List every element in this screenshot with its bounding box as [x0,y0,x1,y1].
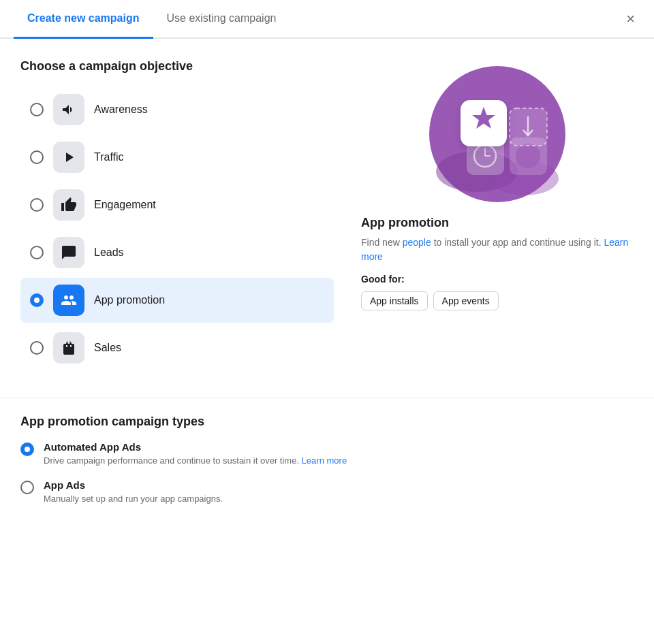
section-title: Choose a campaign objective [20,59,334,74]
radio-awareness[interactable] [30,103,44,116]
svg-point-8 [516,144,540,168]
sales-label: Sales [94,342,121,354]
objective-awareness[interactable]: Awareness [20,87,334,132]
radio-app-ads[interactable] [20,481,34,494]
promo-desc-middle: to install your app and continue using i… [431,237,604,248]
app-ads-name: App Ads [44,479,223,491]
good-for-label: Good for: [361,274,634,285]
radio-leads[interactable] [30,246,44,259]
automated-text: Automated App Ads Drive campaign perform… [44,441,347,467]
automated-name: Automated App Ads [44,441,347,453]
campaign-type-automated[interactable]: Automated App Ads Drive campaign perform… [20,441,634,467]
radio-inner-automated [25,447,30,452]
tab-existing[interactable]: Use existing campaign [153,0,290,39]
app-ads-text: App Ads Manually set up and run your app… [44,479,223,505]
objective-engagement[interactable]: Engagement [20,182,334,227]
automated-desc: Drive campaign performance and continue … [44,455,347,467]
radio-sales[interactable] [30,341,44,355]
awareness-label: Awareness [94,103,148,116]
objective-list: Awareness Traffic Engagement [20,87,334,370]
radio-automated[interactable] [20,442,34,456]
leads-label: Leads [94,246,124,259]
traffic-icon-box [53,142,84,173]
radio-app-promotion[interactable] [30,293,44,307]
close-button[interactable]: × [621,9,640,29]
promo-desc-link[interactable]: people [403,237,431,248]
tabs-bar: Create new campaign Use existing campaig… [0,0,654,39]
objective-sales[interactable]: Sales [20,325,334,370]
engagement-label: Engagement [94,199,156,211]
campaign-types-title: App promotion campaign types [20,415,634,429]
campaign-type-app-ads[interactable]: App Ads Manually set up and run your app… [20,479,634,505]
main-content: Choose a campaign objective Awareness Tr… [0,39,654,391]
objective-app-promotion[interactable]: App promotion [20,278,334,323]
automated-learn-more[interactable]: Learn more [302,455,347,466]
tag-app-installs: App installs [361,291,428,310]
app-promotion-label: App promotion [94,294,165,306]
right-panel: App promotion Find new people to install… [361,59,634,370]
awareness-icon-box [53,94,84,125]
promo-title: App promotion [361,216,634,230]
radio-engagement[interactable] [30,198,44,212]
tab-create[interactable]: Create new campaign [14,0,153,39]
automated-desc-text: Drive campaign performance and continue … [44,455,302,466]
bottom-section: App promotion campaign types Automated A… [0,398,654,538]
traffic-label: Traffic [94,151,124,163]
objective-traffic[interactable]: Traffic [20,135,334,180]
engagement-icon-box [53,189,84,221]
objective-leads[interactable]: Leads [20,230,334,275]
left-panel: Choose a campaign objective Awareness Tr… [20,59,334,370]
app-promotion-icon-box [53,285,84,316]
tag-app-events: App events [433,291,499,310]
sales-icon-box [53,332,84,364]
leads-icon-box [53,237,84,268]
promo-desc: Find new people to install your app and … [361,236,634,264]
radio-inner-app-promotion [34,297,40,303]
promo-illustration [429,66,565,202]
tags-container: App installs App events [361,291,634,310]
promo-desc-before: Find new [361,237,403,248]
app-ads-desc: Manually set up and run your app campaig… [44,493,223,505]
radio-traffic[interactable] [30,150,44,164]
